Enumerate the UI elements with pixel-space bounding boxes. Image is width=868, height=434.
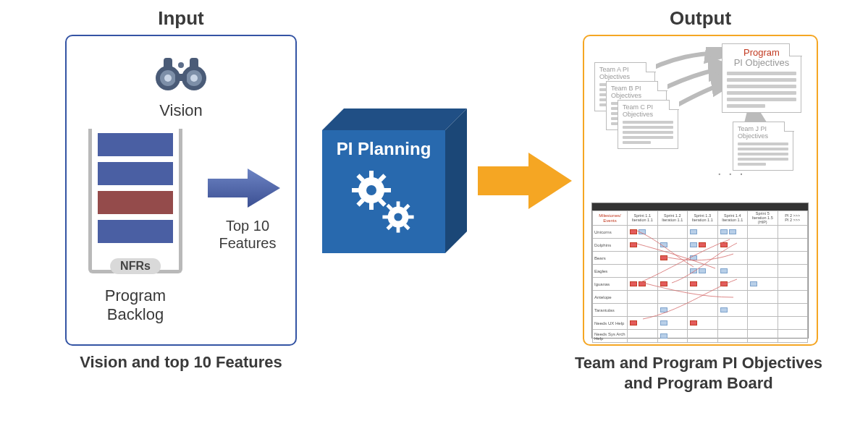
team-pi-objectives-doc: Team J PI Objectives (733, 122, 793, 171)
input-heading: Input (65, 7, 297, 30)
doc-subtitle: Objectives (611, 92, 641, 99)
nfrs-badge: NFRs (110, 258, 161, 274)
output-caption: Team and Program PI Objectives and Progr… (547, 353, 851, 393)
svg-point-32 (394, 213, 402, 221)
backlog-item-highlight (98, 191, 173, 214)
box-side-face (445, 109, 467, 253)
board-row-label: Needs UX Help (593, 317, 628, 330)
box-front-face: PI Planning (322, 130, 445, 253)
svg-marker-33 (478, 153, 572, 209)
board-corner-label: Milestones/ Events (599, 213, 620, 223)
gears-icon (344, 165, 424, 244)
program-pi-objectives-doc: Program PI Objectives (722, 43, 801, 113)
doc-title-red: Program (727, 48, 796, 58)
arrow-right-orange-icon (478, 148, 576, 213)
svg-rect-15 (369, 203, 374, 210)
board-row-label: Needs Sys Arch Help (593, 330, 628, 343)
svg-point-22 (366, 185, 376, 195)
pi-planning-title: PI Planning (337, 139, 431, 159)
svg-marker-10 (208, 169, 280, 208)
backlog-label: Program Backlog (88, 286, 182, 325)
doc-title: Team A PI (599, 66, 629, 73)
backlog-item (98, 162, 173, 185)
program-board: Milestones/ Events Sprint 1.1Iteration 1… (591, 203, 809, 339)
backlog-item (98, 220, 173, 243)
svg-rect-27 (408, 216, 414, 219)
svg-rect-25 (397, 227, 400, 233)
svg-marker-12 (445, 109, 467, 253)
doc-title: Team C PI (623, 103, 653, 111)
input-panel: Vision NFRs Program Backlog Top 10 Featu… (65, 35, 297, 346)
board-row-label: Unicorns (593, 226, 628, 239)
vision-label: Vision (67, 101, 295, 120)
svg-rect-17 (384, 188, 391, 192)
diagram-stage: Input Output Vision NFRs Program Ba (7, 7, 861, 427)
svg-point-4 (164, 75, 172, 82)
svg-point-5 (190, 75, 198, 82)
svg-point-9 (178, 62, 184, 68)
backlog-item (98, 133, 173, 156)
svg-rect-26 (382, 216, 388, 219)
board-row-label: Tarantulas (593, 304, 628, 317)
top10-label: Top 10 Features (208, 217, 287, 252)
binoculars-icon (152, 49, 210, 93)
board-row-label: Dolphins (593, 239, 628, 252)
backlog-container: NFRs (88, 129, 182, 273)
arrow-right-icon (208, 163, 284, 213)
svg-rect-14 (369, 171, 374, 178)
board-row-label: Iguanas (593, 278, 628, 291)
svg-rect-6 (175, 74, 187, 81)
program-board-table: Milestones/ Events Sprint 1.1Iteration 1… (592, 210, 808, 343)
output-heading: Output (583, 7, 818, 30)
svg-rect-7 (164, 58, 172, 69)
board-row-label: Eagles (593, 265, 628, 278)
program-backlog: NFRs Program Backlog (88, 129, 182, 325)
board-header-bar (592, 203, 808, 210)
pi-planning-box: PI Planning (322, 109, 467, 253)
output-panel: Team A PI Objectives Team B PI Objective… (583, 35, 818, 346)
doc-subtitle: Objectives (623, 111, 653, 118)
board-row-label: Antelope (593, 291, 628, 304)
svg-rect-8 (190, 58, 198, 69)
board-row-label: Bears (593, 252, 628, 265)
input-caption: Vision and top 10 Features (65, 353, 297, 372)
ellipsis: · · · (717, 165, 745, 182)
doc-subtitle: Objectives (599, 73, 630, 80)
doc-title: Team J PI (738, 125, 767, 132)
svg-rect-24 (397, 201, 400, 207)
doc-subtitle: Objectives (738, 132, 768, 140)
svg-rect-16 (352, 188, 359, 192)
team-pi-objectives-doc: Team C PI Objectives (618, 100, 678, 149)
doc-title: Team B PI (611, 85, 641, 92)
doc-subtitle: PI Objectives (727, 58, 796, 68)
